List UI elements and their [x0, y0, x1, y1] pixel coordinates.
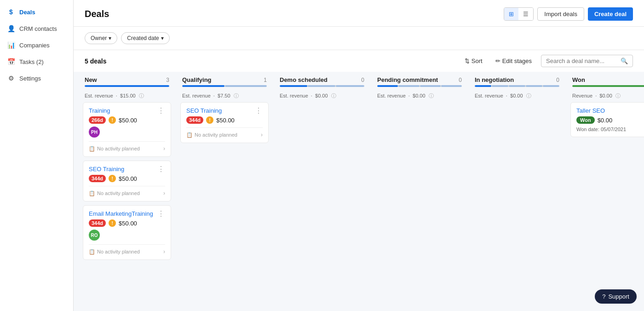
edit-stages-button[interactable]: ✏ Edit stages	[492, 56, 535, 66]
toolbar-right: ⇅ Sort ✏ Edit stages 🔍	[461, 55, 633, 67]
sidebar-label-settings: Settings	[19, 75, 41, 82]
sidebar-item-tasks[interactable]: 📅 Tasks (2)	[0, 53, 73, 70]
col-revenue-pending-commitment: Est. revenue · $0.00 ⓘ	[374, 92, 466, 102]
deal-name[interactable]: SEO Training	[89, 166, 124, 173]
deal-card-header: Training ⋮	[89, 107, 165, 115]
sidebar-item-settings[interactable]: ⚙ Settings	[0, 70, 73, 86]
column-won: Won Revenue · $0.00 ⓘ Taller SEO ⋮ Won $…	[569, 72, 644, 304]
toolbar: 5 deals ⇅ Sort ✏ Edit stages 🔍	[74, 50, 644, 72]
activity-arrow[interactable]: ›	[163, 145, 165, 152]
deal-meta: 344d ! $50.00	[186, 116, 263, 124]
col-progress-pending-commitment	[377, 85, 462, 87]
info-icon-pending-commitment: ⓘ	[429, 93, 434, 98]
sidebar-item-companies[interactable]: 📊 Companies	[0, 37, 73, 53]
sidebar-item-deals[interactable]: $ Deals	[0, 4, 73, 20]
import-deals-button[interactable]: Import deals	[537, 7, 584, 21]
info-icon-new: ⓘ	[139, 93, 144, 98]
created-date-chevron-icon: ▾	[161, 35, 164, 41]
owner-filter-label: Owner	[91, 35, 107, 41]
deal-meta: 266d ! $50.00	[89, 116, 165, 124]
deal-age-badge: 266d	[89, 116, 106, 124]
sort-button[interactable]: ⇅ Sort	[461, 56, 486, 66]
deal-name[interactable]: Taller SEO	[576, 107, 605, 114]
deal-menu-button[interactable]: ⋮	[157, 166, 165, 173]
support-icon: ?	[602, 293, 605, 300]
col-revenue-won: Revenue · $0.00 ⓘ	[569, 92, 644, 102]
deals-count: 5 deals	[85, 58, 106, 65]
col-progress-demo-scheduled	[280, 85, 364, 87]
search-input[interactable]	[546, 58, 621, 64]
col-body-new: Training ⋮ 266d ! $50.00 PH 📋 No activit…	[81, 102, 173, 304]
deal-amount: $50.00	[119, 117, 137, 124]
col-header-pending-commitment: Pending commitment 0	[374, 72, 466, 92]
sidebar-label-crm-contacts: CRM contacts	[19, 25, 57, 32]
deal-card-header: SEO Training ⋮	[89, 166, 165, 173]
sidebar-item-crm-contacts[interactable]: 👤 CRM contacts	[0, 20, 73, 37]
col-header-new: New 3	[81, 72, 173, 92]
activity-arrow[interactable]: ›	[163, 248, 165, 255]
calendar-icon: 📋	[186, 132, 193, 138]
deal-warn-icon: !	[109, 219, 116, 227]
col-progress-new	[85, 85, 169, 87]
deal-menu-button[interactable]: ⋮	[157, 107, 165, 115]
col-body-pending-commitment	[374, 102, 466, 304]
deal-avatar: RO	[89, 230, 100, 241]
deal-card[interactable]: SEO Training ⋮ 344d ! $50.00 📋 No activi…	[83, 161, 171, 202]
deal-card[interactable]: Taller SEO ⋮ Won $0.00 Won date: 05/07/2…	[570, 102, 644, 137]
sidebar-label-tasks: Tasks (2)	[19, 58, 44, 65]
info-icon-in-negotiation: ⓘ	[526, 93, 531, 98]
deal-card[interactable]: Training ⋮ 266d ! $50.00 PH 📋 No activit…	[83, 102, 171, 157]
info-icon-qualifying: ⓘ	[234, 93, 239, 98]
won-date: Won date: 05/07/2021	[576, 127, 644, 132]
support-label: Support	[608, 293, 629, 300]
search-icon: 🔍	[621, 58, 628, 64]
sidebar-label-deals: Deals	[19, 9, 35, 16]
activity-arrow[interactable]: ›	[163, 190, 165, 196]
deal-amount: $0.00	[598, 117, 613, 124]
page-title: Deals	[85, 9, 109, 19]
deal-meta: 344d ! $50.00	[89, 175, 165, 182]
col-body-won: Taller SEO ⋮ Won $0.00 Won date: 05/07/2…	[569, 102, 644, 304]
col-revenue-demo-scheduled: Est. revenue · $0.00 ⓘ	[276, 92, 368, 102]
list-view-button[interactable]: ☰	[518, 8, 533, 20]
col-revenue-in-negotiation: Est. revenue · $0.00 ⓘ	[471, 92, 563, 102]
col-header-in-negotiation: In negotiation 0	[471, 72, 563, 92]
col-header-won: Won	[569, 72, 644, 92]
owner-filter-button[interactable]: Owner ▾	[85, 32, 117, 44]
column-new: New 3 Est. revenue · $15.00 ⓘ Training ⋮…	[81, 72, 173, 304]
deal-card[interactable]: Email MarketingTraining ⋮ 344d ! $50.00 …	[83, 205, 171, 260]
sort-icon: ⇅	[465, 58, 470, 64]
activity-text: 📋 No activity planned	[89, 146, 140, 152]
deal-card-header: Email MarketingTraining ⋮	[89, 210, 165, 218]
deal-name[interactable]: SEO Training	[186, 107, 222, 114]
deal-menu-button[interactable]: ⋮	[157, 210, 165, 218]
filters-bar: Owner ▾ Created date ▾	[74, 27, 644, 50]
deal-menu-button[interactable]: ⋮	[255, 107, 263, 115]
col-revenue-new: Est. revenue · $15.00 ⓘ	[81, 92, 173, 102]
col-body-in-negotiation	[471, 102, 563, 304]
column-demo-scheduled: Demo scheduled 0 Est. revenue · $0.00 ⓘ	[276, 72, 368, 304]
create-deal-button[interactable]: Create deal	[588, 7, 633, 21]
deal-age-badge: 344d	[89, 175, 106, 182]
grid-view-button[interactable]: ⊞	[504, 8, 518, 20]
col-title-won: Won	[572, 76, 585, 83]
deal-card[interactable]: SEO Training ⋮ 344d ! $50.00 📋 No activi…	[180, 102, 269, 143]
deal-card-header: SEO Training ⋮	[186, 107, 263, 115]
deal-name[interactable]: Training	[89, 107, 110, 114]
deal-activity: 📋 No activity planned ›	[89, 186, 165, 196]
col-header-demo-scheduled: Demo scheduled 0	[276, 72, 368, 92]
deal-activity: 📋 No activity planned ›	[89, 141, 165, 152]
deal-name[interactable]: Email MarketingTraining	[89, 210, 153, 217]
column-qualifying: Qualifying 1 Est. revenue · $7.50 ⓘ SEO …	[178, 72, 270, 304]
tasks-icon: 📅	[7, 58, 15, 65]
header-actions: ⊞ ☰ Import deals Create deal	[504, 7, 633, 21]
deal-amount: $50.00	[216, 117, 235, 124]
edit-stages-label: Edit stages	[502, 58, 532, 64]
col-count-demo-scheduled: 0	[361, 77, 364, 83]
col-body-qualifying: SEO Training ⋮ 344d ! $50.00 📋 No activi…	[178, 102, 270, 304]
col-body-demo-scheduled	[276, 102, 368, 304]
support-button[interactable]: ? Support	[595, 289, 637, 304]
activity-arrow[interactable]: ›	[261, 132, 263, 138]
created-date-filter-button[interactable]: Created date ▾	[121, 32, 169, 44]
calendar-icon: 📋	[89, 146, 95, 152]
